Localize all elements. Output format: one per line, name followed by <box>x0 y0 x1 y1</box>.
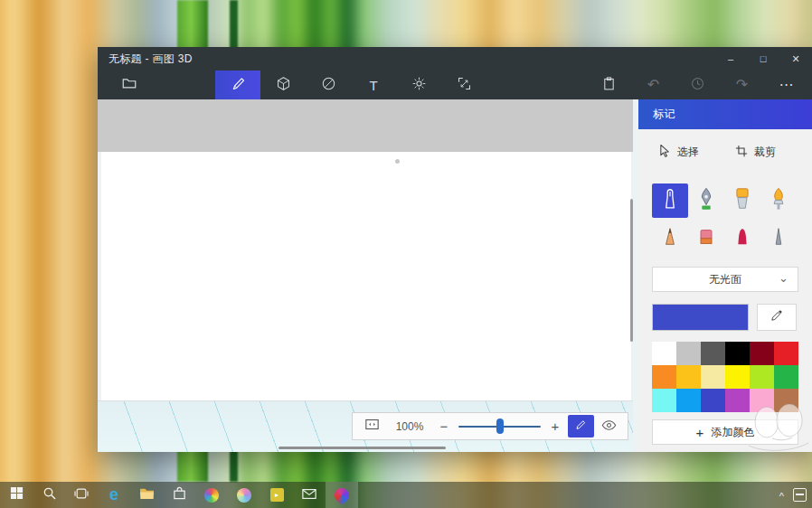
store-button[interactable] <box>163 482 195 508</box>
tab-text[interactable]: T <box>351 71 396 99</box>
paint3d-app-icon <box>332 484 353 505</box>
crayon-icon <box>732 226 753 251</box>
sticker-icon <box>321 76 336 95</box>
color-row <box>652 304 798 331</box>
palette-color[interactable] <box>701 342 725 365</box>
flat-brush-tool[interactable] <box>724 183 760 218</box>
palette-color[interactable] <box>774 342 798 365</box>
add-color-label: 添加颜色 <box>711 425 754 440</box>
palette-color[interactable] <box>750 389 774 412</box>
color-wheel-icon <box>204 488 219 503</box>
yellow-app-button[interactable]: ▸ <box>260 482 293 508</box>
paste-button[interactable] <box>587 71 631 99</box>
desktop: 无标题 - 画图 3D – □ ✕ <box>0 0 812 508</box>
palette-color[interactable] <box>750 342 774 365</box>
add-color-button[interactable]: + 添加颜色 <box>652 419 798 445</box>
finish-dropdown[interactable]: 无光面 ⌄ <box>652 267 798 292</box>
canvas-resize-icon <box>457 76 472 95</box>
palette-color[interactable] <box>725 342 750 365</box>
tab-stickers[interactable] <box>306 71 351 99</box>
palette-color[interactable] <box>652 389 676 412</box>
history-button[interactable] <box>675 71 720 99</box>
clipboard-icon <box>601 76 617 95</box>
mail-envelope-icon <box>302 487 316 503</box>
palette-color[interactable] <box>701 365 725 389</box>
zoom-bar: 100% − + <box>352 412 628 440</box>
flat-brush-icon <box>730 186 755 215</box>
select-label: 选择 <box>677 145 699 160</box>
eraser-tool[interactable] <box>688 221 724 256</box>
calligraphy-pen-tool[interactable] <box>688 183 724 218</box>
task-view-button[interactable] <box>65 482 98 508</box>
zoom-slider-handle[interactable] <box>496 419 504 434</box>
plus-icon: + <box>696 425 704 440</box>
mail-button[interactable] <box>293 482 326 508</box>
zoom-slider[interactable] <box>458 415 541 437</box>
swirl-app-button[interactable] <box>228 482 260 508</box>
undo-button[interactable]: ↶ <box>631 71 675 99</box>
eyedropper-icon <box>770 308 784 326</box>
crop-icon <box>735 145 748 160</box>
palette-color[interactable] <box>725 389 750 412</box>
marker-tool[interactable] <box>652 183 688 218</box>
finish-value: 无光面 <box>709 272 741 287</box>
cube-icon <box>276 76 291 95</box>
tab-3d-shapes[interactable] <box>260 71 306 99</box>
oil-brush-tool[interactable] <box>760 183 797 218</box>
ime-indicator[interactable] <box>793 488 807 502</box>
start-button[interactable] <box>0 482 33 508</box>
current-color-swatch[interactable] <box>652 304 749 331</box>
zoom-in-button[interactable]: + <box>544 419 566 434</box>
store-bag-icon <box>173 486 186 503</box>
taskbar-apps: e ▸ <box>0 482 358 508</box>
palette-color[interactable] <box>774 365 798 389</box>
palette-color[interactable] <box>676 342 701 365</box>
maximize-button[interactable]: □ <box>747 47 779 71</box>
palette-color[interactable] <box>750 365 774 389</box>
redo-button[interactable]: ↷ <box>720 71 764 99</box>
fit-to-screen-button[interactable] <box>357 415 386 437</box>
marker-icon <box>657 186 683 215</box>
tab-effects[interactable] <box>396 71 441 99</box>
palette-color[interactable] <box>652 365 676 389</box>
show-hidden-icons-button[interactable]: ^ <box>779 491 784 502</box>
palette-color[interactable] <box>725 365 750 389</box>
spray-can-tool[interactable] <box>760 221 797 256</box>
palette-color[interactable] <box>774 389 798 412</box>
select-button[interactable]: 选择 <box>659 144 699 160</box>
view-mode-toggle[interactable] <box>594 415 623 437</box>
search-button[interactable] <box>33 482 65 508</box>
menu-button[interactable] <box>114 71 145 99</box>
vertical-scrollbar[interactable] <box>630 199 633 342</box>
file-explorer-button[interactable] <box>130 482 163 508</box>
tab-canvas[interactable] <box>441 71 486 99</box>
horizontal-scrollbar[interactable] <box>279 447 446 449</box>
tab-brushes[interactable] <box>215 71 260 99</box>
draw-mode-toggle[interactable] <box>568 415 594 437</box>
palette-color[interactable] <box>676 365 701 389</box>
crop-button[interactable]: 裁剪 <box>735 145 776 160</box>
close-button[interactable]: ✕ <box>779 47 812 71</box>
palette-color[interactable] <box>676 389 701 412</box>
cursor-arrow-icon <box>659 144 671 160</box>
folder-icon <box>139 487 155 503</box>
minimize-button[interactable]: – <box>714 47 747 71</box>
pencil-tool-icon <box>659 226 681 251</box>
sun-icon <box>411 76 427 95</box>
palette-color[interactable] <box>701 389 725 412</box>
palette-color[interactable] <box>652 342 676 365</box>
more-button[interactable]: ⋯ <box>764 71 808 99</box>
color-wheel-app-button[interactable] <box>195 482 228 508</box>
pencil-tool[interactable] <box>652 221 688 256</box>
task-view-icon <box>74 487 89 503</box>
windows-logo-icon <box>10 486 24 503</box>
edge-browser-button[interactable]: e <box>98 482 130 508</box>
zoom-out-button[interactable]: − <box>433 419 455 434</box>
drawing-canvas[interactable] <box>101 152 631 400</box>
toolbar-right-group: ↶ ↷ ⋯ <box>587 71 808 99</box>
eyedropper-button[interactable] <box>757 304 797 331</box>
paint3d-taskbar-button[interactable] <box>326 482 358 508</box>
crayon-tool[interactable] <box>724 221 760 256</box>
titlebar: 无标题 - 画图 3D – □ ✕ <box>98 47 812 71</box>
workspace: 100% − + <box>98 99 638 452</box>
